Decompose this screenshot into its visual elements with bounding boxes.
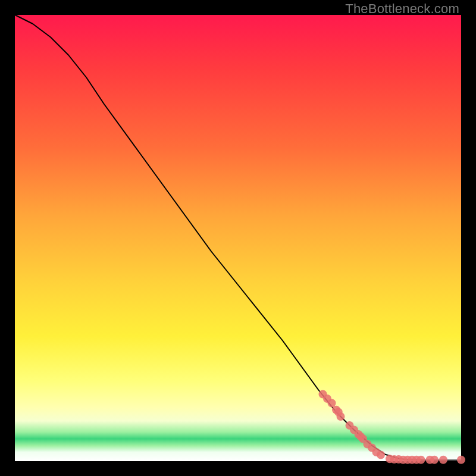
scatter-flat [386,455,465,464]
scatter-descending [319,390,386,459]
data-point [439,456,447,464]
data-point [457,456,465,464]
data-point [417,456,425,464]
chart-svg [15,15,461,461]
data-point [430,456,439,464]
curve-path [15,15,461,461]
chart-frame: TheBottleneck.com [0,0,476,476]
data-point [337,412,345,421]
data-point [377,451,385,459]
